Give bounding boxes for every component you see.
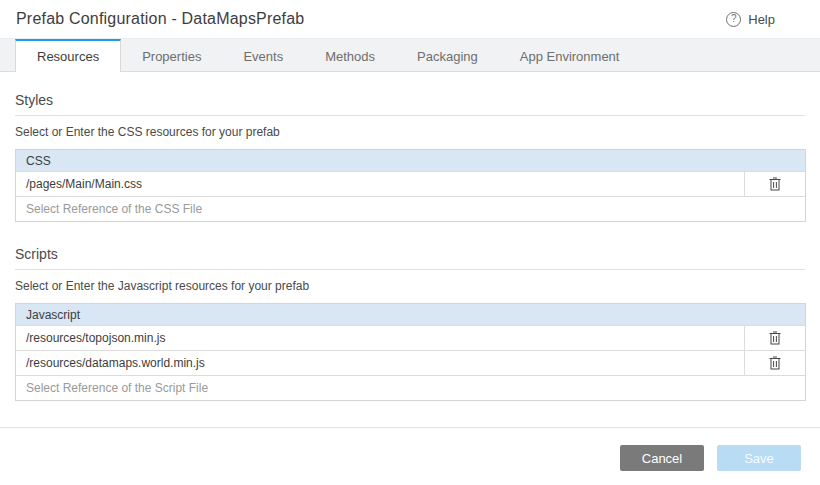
- styles-section-title: Styles: [15, 92, 805, 116]
- css-table-header: CSS: [16, 150, 745, 172]
- tab-methods[interactable]: Methods: [304, 39, 396, 71]
- save-button[interactable]: Save: [717, 445, 801, 471]
- scripts-section-description: Select or Enter the Javascript resources…: [15, 279, 805, 293]
- script-resource-path: /resources/datamaps.world.min.js: [16, 351, 745, 376]
- css-resource-path: /pages/Main/Main.css: [16, 172, 745, 197]
- css-resources-table: CSS /pages/Main/Main.css: [15, 149, 806, 222]
- table-row: /resources/topojson.min.js: [16, 326, 806, 351]
- css-table-action-header: [745, 150, 806, 172]
- dialog-header: Prefab Configuration - DataMapsPrefab ? …: [0, 0, 820, 39]
- script-table-header: Javascript: [16, 304, 745, 326]
- help-link[interactable]: ? Help: [726, 12, 775, 27]
- tab-packaging[interactable]: Packaging: [396, 39, 499, 71]
- delete-script-resource-button[interactable]: [764, 353, 786, 373]
- css-table-header-row: CSS: [16, 150, 806, 172]
- table-row: /pages/Main/Main.css: [16, 172, 806, 197]
- tab-resources[interactable]: Resources: [15, 39, 121, 72]
- css-resource-actions: [745, 172, 806, 197]
- scripts-section-title: Scripts: [15, 246, 805, 270]
- help-label: Help: [748, 12, 775, 27]
- tab-properties[interactable]: Properties: [121, 39, 222, 71]
- script-reference-placeholder: Select Reference of the Script File: [16, 376, 806, 401]
- script-table-action-header: [745, 304, 806, 326]
- prefab-configuration-dialog: Prefab Configuration - DataMapsPrefab ? …: [0, 0, 820, 485]
- styles-section: Styles Select or Enter the CSS resources…: [15, 92, 805, 222]
- script-resources-table: Javascript /resources/topojson.min.js: [15, 303, 806, 401]
- cancel-button[interactable]: Cancel: [620, 445, 704, 471]
- delete-script-resource-button[interactable]: [764, 328, 786, 348]
- script-reference-select-row[interactable]: Select Reference of the Script File: [16, 376, 806, 401]
- css-reference-select-row[interactable]: Select Reference of the CSS File: [16, 197, 806, 222]
- footer-divider: [0, 427, 820, 428]
- script-resource-path: /resources/topojson.min.js: [16, 326, 745, 351]
- script-resource-actions: [745, 326, 806, 351]
- resources-tab-content: Styles Select or Enter the CSS resources…: [0, 72, 820, 401]
- tab-events[interactable]: Events: [222, 39, 304, 71]
- tab-bar: Resources Properties Events Methods Pack…: [0, 39, 820, 72]
- script-table-header-row: Javascript: [16, 304, 806, 326]
- table-row: /resources/datamaps.world.min.js: [16, 351, 806, 376]
- trash-icon: [768, 330, 782, 346]
- help-icon: ?: [726, 12, 741, 27]
- scripts-section: Scripts Select or Enter the Javascript r…: [15, 246, 805, 401]
- dialog-footer: Cancel Save: [620, 445, 801, 471]
- trash-icon: [768, 176, 782, 192]
- styles-section-description: Select or Enter the CSS resources for yo…: [15, 125, 805, 139]
- tab-app-environment[interactable]: App Environment: [499, 39, 641, 71]
- trash-icon: [768, 355, 782, 371]
- script-resource-actions: [745, 351, 806, 376]
- delete-css-resource-button[interactable]: [764, 174, 786, 194]
- css-reference-placeholder: Select Reference of the CSS File: [16, 197, 806, 222]
- page-title: Prefab Configuration - DataMapsPrefab: [16, 10, 304, 28]
